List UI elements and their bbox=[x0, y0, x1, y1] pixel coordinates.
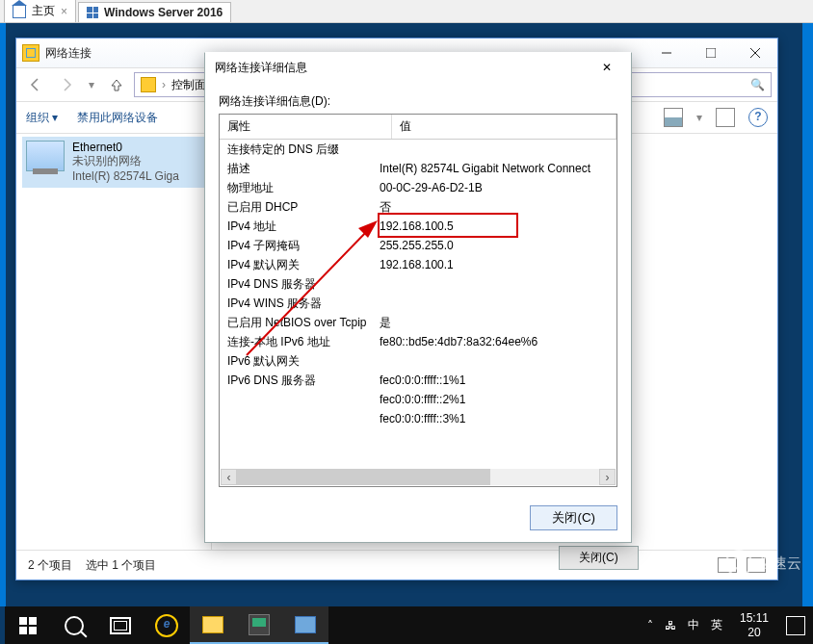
nic-adapter: Intel(R) 82574L Giga bbox=[72, 169, 179, 185]
dialog-titlebar[interactable]: 网络连接详细信息 ✕ bbox=[205, 53, 631, 82]
property-value bbox=[380, 294, 609, 313]
property-value: 否 bbox=[380, 197, 609, 217]
property-value: fec0:0:0:ffff::3%1 bbox=[380, 409, 609, 428]
ie-button[interactable]: e bbox=[144, 606, 190, 644]
details-dialog: 网络连接详细信息 ✕ 网络连接详细信息(D): 属性 值 连接特定的 DNS 后… bbox=[204, 52, 632, 543]
windows-icon bbox=[87, 7, 98, 18]
clock-date: 20 bbox=[740, 626, 769, 639]
up-button[interactable] bbox=[103, 72, 130, 97]
maximize-button[interactable] bbox=[689, 39, 733, 67]
search-icon: 🔍 bbox=[750, 78, 765, 91]
help-icon[interactable]: ? bbox=[748, 108, 768, 127]
ime-indicator-1[interactable]: 中 bbox=[688, 617, 699, 633]
close-icon[interactable]: × bbox=[61, 5, 67, 18]
vm-tab-home-label: 主页 bbox=[32, 3, 55, 19]
property-row[interactable]: IPv4 子网掩码255.255.255.0 bbox=[220, 236, 616, 255]
tray-overflow-icon[interactable]: ˄ bbox=[647, 619, 653, 632]
minimize-button[interactable] bbox=[644, 39, 689, 67]
property-value: 是 bbox=[380, 313, 609, 332]
organize-menu[interactable]: 组织 bbox=[26, 110, 58, 126]
property-row[interactable]: IPv6 默认网关 bbox=[220, 351, 616, 371]
vm-tabs: 主页 × Windows Server 2016 bbox=[0, 0, 813, 23]
property-row[interactable]: 连接特定的 DNS 后缀 bbox=[220, 140, 616, 159]
dialog-title: 网络连接详细信息 bbox=[215, 60, 307, 76]
property-row[interactable]: 连接-本地 IPv6 地址fe80::bd5e:4db7:8a32:64ee%6 bbox=[220, 332, 616, 351]
nic-item-ethernet0[interactable]: Ethernet0 未识别的网络 Intel(R) 82574L Giga bbox=[22, 137, 205, 188]
start-button[interactable] bbox=[5, 606, 51, 644]
desktop: 网络连接 ▾ › 控制面板 连接" 🔍 组织 禁用此网络设备 bbox=[0, 23, 813, 644]
property-row[interactable]: IPv4 WINS 服务器 bbox=[220, 294, 616, 313]
back-button[interactable] bbox=[22, 72, 49, 97]
explorer-taskbar-button[interactable] bbox=[190, 606, 236, 644]
dropdown-icon[interactable]: ▾ bbox=[696, 111, 702, 124]
property-name: IPv4 地址 bbox=[227, 217, 380, 236]
dialog-close-icon[interactable]: ✕ bbox=[592, 61, 621, 74]
hidden-close-button[interactable]: 关闭(C) bbox=[559, 546, 639, 570]
scroll-thumb[interactable] bbox=[237, 469, 490, 485]
preview-pane-icon[interactable] bbox=[716, 108, 735, 127]
property-header: 属性 值 bbox=[220, 115, 616, 140]
app-icon bbox=[295, 616, 316, 633]
property-name bbox=[227, 409, 380, 428]
vm-tab-home[interactable]: 主页 × bbox=[4, 0, 76, 22]
property-name: 已启用 DHCP bbox=[227, 197, 380, 217]
forward-button[interactable] bbox=[53, 72, 80, 97]
property-row[interactable]: fec0:0:0:ffff::3%1 bbox=[220, 409, 616, 428]
property-name: 已启用 NetBIOS over Tcpip bbox=[227, 313, 380, 332]
scroll-left-button[interactable]: ‹ bbox=[221, 469, 237, 485]
property-row[interactable]: IPv4 地址192.168.100.5 bbox=[220, 217, 616, 236]
clock-time: 15:11 bbox=[740, 611, 769, 625]
nic-name: Ethernet0 bbox=[72, 141, 179, 154]
property-name: 连接-本地 IPv6 地址 bbox=[227, 332, 380, 351]
system-tray: ˄ 🖧 中 英 15:11 20 bbox=[640, 606, 813, 644]
clock[interactable]: 15:11 20 bbox=[734, 609, 774, 641]
property-row[interactable]: 已启用 NetBIOS over Tcpip是 bbox=[220, 313, 616, 332]
property-row[interactable]: fec0:0:0:ffff::2%1 bbox=[220, 390, 616, 409]
header-value[interactable]: 值 bbox=[392, 115, 616, 139]
property-name bbox=[227, 390, 380, 409]
horizontal-scrollbar[interactable]: ‹ › bbox=[221, 469, 616, 485]
scroll-track[interactable] bbox=[237, 469, 599, 485]
property-name: IPv6 默认网关 bbox=[227, 351, 380, 371]
property-rows: 连接特定的 DNS 后缀描述Intel(R) 82574L Gigabit Ne… bbox=[220, 140, 616, 432]
property-value: fe80::bd5e:4db7:8a32:64ee%6 bbox=[380, 332, 609, 351]
nic-icon bbox=[26, 141, 65, 171]
scroll-right-button[interactable]: › bbox=[599, 469, 616, 485]
vm-tab-windows[interactable]: Windows Server 2016 bbox=[78, 2, 231, 22]
status-items: 2 个项目 bbox=[28, 557, 72, 574]
window-close-button[interactable] bbox=[733, 39, 777, 67]
close-button[interactable]: 关闭(C) bbox=[530, 505, 617, 530]
property-row[interactable]: 描述Intel(R) 82574L Gigabit Network Connec… bbox=[220, 159, 616, 178]
notifications-icon[interactable] bbox=[786, 616, 805, 635]
desktop-right-edge bbox=[802, 23, 813, 606]
task-view-button[interactable] bbox=[97, 606, 144, 644]
property-name: IPv4 子网掩码 bbox=[227, 236, 380, 255]
property-row[interactable]: IPv4 默认网关192.168.100.1 bbox=[220, 255, 616, 274]
folder-icon bbox=[141, 77, 156, 92]
task-view-icon bbox=[110, 617, 131, 634]
property-name: 描述 bbox=[227, 159, 380, 178]
network-tray-icon[interactable]: 🖧 bbox=[665, 619, 676, 632]
header-property[interactable]: 属性 bbox=[220, 115, 392, 139]
search-icon bbox=[65, 616, 84, 635]
search-button[interactable] bbox=[51, 606, 97, 644]
taskbar: e ˄ 🖧 中 英 15:11 20 bbox=[5, 606, 813, 644]
window-buttons bbox=[644, 39, 777, 67]
view-options-icon[interactable] bbox=[664, 108, 683, 127]
property-name: 连接特定的 DNS 后缀 bbox=[227, 140, 380, 159]
vm-tab-win-label: Windows Server 2016 bbox=[104, 6, 223, 19]
property-row[interactable]: 已启用 DHCP否 bbox=[220, 197, 616, 217]
property-list[interactable]: 属性 值 连接特定的 DNS 后缀描述Intel(R) 82574L Gigab… bbox=[219, 114, 617, 487]
ime-indicator-2[interactable]: 英 bbox=[711, 617, 722, 633]
property-value: Intel(R) 82574L Gigabit Network Connect bbox=[380, 159, 609, 178]
watermark: 亿速云 bbox=[725, 550, 801, 577]
network-connections-icon bbox=[22, 44, 39, 62]
chevron-right-icon: › bbox=[162, 78, 166, 91]
app-taskbar-button[interactable] bbox=[282, 606, 328, 644]
recent-dropdown[interactable]: ▾ bbox=[84, 72, 99, 97]
property-row[interactable]: IPv6 DNS 服务器fec0:0:0:ffff::1%1 bbox=[220, 371, 616, 390]
property-row[interactable]: IPv4 DNS 服务器 bbox=[220, 274, 616, 294]
property-row[interactable]: 物理地址00-0C-29-A6-D2-1B bbox=[220, 178, 616, 197]
disable-device-button[interactable]: 禁用此网络设备 bbox=[77, 110, 158, 126]
server-manager-button[interactable] bbox=[236, 606, 282, 644]
